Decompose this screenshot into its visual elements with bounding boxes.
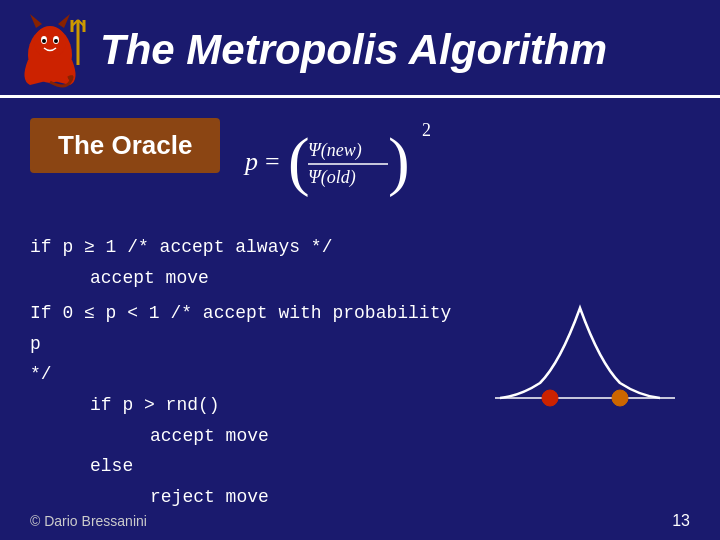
svg-marker-7 [58,14,70,28]
code-block-top: if p ≥ 1 /* accept always */ accept move [30,232,690,293]
page-number: 13 [672,512,690,530]
code-line-1: if p ≥ 1 /* accept always */ [30,232,690,263]
code-block-bottom: If 0 ≤ p < 1 /* accept with probability … [30,298,470,512]
svg-marker-6 [30,14,42,28]
code-line-3: If 0 ≤ p < 1 /* accept with probability … [30,298,470,359]
devil-mascot-icon [10,10,90,90]
header: The Metropolis Algorithm [0,0,720,98]
code-line-8: reject move [150,482,470,513]
code-line-4: */ [30,359,470,390]
svg-point-24 [612,390,628,406]
code-line-5: if p > rnd() [90,390,470,421]
formula-display: p = ( Ψ(new) Ψ(old) ) 2 [240,118,460,212]
main-content: The Oracle p = ( Ψ(new) Ψ(old) ) 2 [0,108,720,522]
svg-point-1 [34,26,66,58]
copyright-text: © Dario Bressanini [30,513,147,529]
oracle-label: The Oracle [30,118,220,173]
svg-text:p: p [243,147,258,176]
svg-text:): ) [388,125,410,197]
bottom-section: If 0 ≤ p < 1 /* accept with probability … [30,298,690,512]
footer: © Dario Bressanini 13 [30,512,690,530]
svg-point-4 [42,39,46,43]
formula-svg: p = ( Ψ(new) Ψ(old) ) 2 [240,118,460,208]
svg-text:=: = [265,147,280,176]
svg-text:2: 2 [422,120,431,140]
svg-text:Ψ(old): Ψ(old) [308,167,356,188]
svg-text:(: ( [288,125,310,197]
bell-curve-visualization [490,288,690,422]
svg-point-5 [54,39,58,43]
svg-text:Ψ(new): Ψ(new) [308,140,362,161]
formula-section: The Oracle p = ( Ψ(new) Ψ(old) ) 2 [30,118,690,212]
bell-curve-svg [490,288,680,418]
page-title: The Metropolis Algorithm [100,26,607,74]
svg-point-23 [542,390,558,406]
code-line-6: accept move [150,421,470,452]
code-line-7: else [90,451,470,482]
